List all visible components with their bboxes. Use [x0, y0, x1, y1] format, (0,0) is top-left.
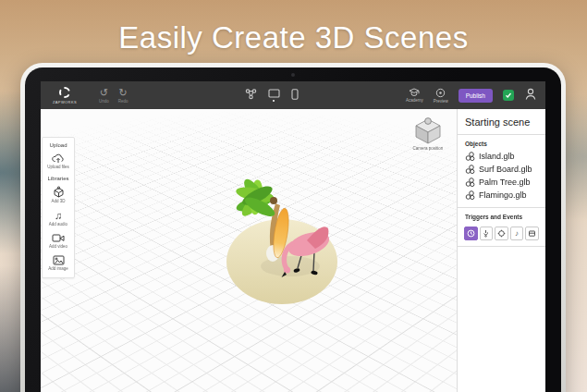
box-icon	[528, 229, 536, 238]
upload-section-header: Upload	[49, 140, 67, 150]
logo-spinner-icon	[59, 87, 70, 98]
preview-icon	[435, 88, 446, 98]
timer-trigger-button[interactable]	[464, 227, 478, 240]
gaze-icon	[497, 229, 506, 238]
scene-objects	[179, 155, 383, 368]
object-name: Flamingo.glb	[479, 190, 527, 200]
objects-header: Objects	[458, 135, 545, 150]
divider	[458, 246, 545, 247]
upload-files-label: Upload files	[47, 165, 69, 169]
object-row-island[interactable]: Island.glb	[458, 150, 545, 163]
undo-label: Undo	[99, 99, 109, 104]
tap-trigger-button[interactable]	[480, 227, 494, 240]
cloud-upload-icon	[52, 153, 65, 164]
publish-button[interactable]: Publish	[459, 89, 493, 103]
trigger-row: ♪	[458, 223, 545, 246]
music-note-icon: ♫	[55, 210, 62, 221]
webcam-dot	[291, 73, 295, 77]
object-row-surfboard[interactable]: Surf Board.glb	[458, 163, 545, 176]
tap-icon	[482, 229, 490, 238]
gaze-trigger-button[interactable]	[495, 227, 508, 240]
scene-canvas[interactable]: Camera position STARTING SCENE 3D VIEW V…	[41, 109, 457, 392]
toolbar-right-group: Academy Preview Publish	[406, 87, 537, 104]
object-row-palm-tree[interactable]: Palm Tree.glb	[458, 176, 545, 189]
academy-icon	[409, 88, 420, 97]
mesh-icon	[465, 190, 475, 201]
laptop-frame: ZAPWORKS ↺ Undo ↻ Redo	[20, 63, 566, 392]
preview-button[interactable]: Preview	[434, 88, 448, 104]
headset-share-icon[interactable]	[245, 89, 257, 100]
cube-3d-icon	[53, 186, 65, 198]
camera-position-widget[interactable]: Camera position	[412, 116, 444, 151]
academy-button[interactable]: Academy	[406, 88, 423, 103]
add-3d-button[interactable]: Add 3D	[43, 183, 74, 207]
app-screen: ZAPWORKS ↺ Undo ↻ Redo	[41, 81, 545, 392]
redo-label: Redo	[118, 99, 128, 104]
scene-panel: Starting scene Objects Island.glb Surf	[457, 109, 545, 392]
object-name: Surf Board.glb	[479, 165, 532, 174]
redo-button[interactable]: ↻ Redo	[118, 88, 128, 104]
mesh-icon	[465, 165, 475, 175]
mesh-icon	[465, 178, 475, 188]
hero-title: Easily Create 3D Scenes	[0, 20, 587, 55]
camera-cube-icon	[412, 116, 444, 144]
redo-icon: ↻	[119, 88, 128, 98]
add-image-button[interactable]: Add image	[43, 252, 74, 275]
avatar[interactable]	[524, 87, 537, 104]
upload-files-button[interactable]: Upload files	[43, 150, 74, 173]
libraries-section-header: Libraries	[47, 173, 68, 183]
laptop-bezel: ZAPWORKS ↺ Undo ↻ Redo	[25, 67, 561, 392]
object-row-flamingo[interactable]: Flamingo.glb	[458, 189, 545, 202]
box-trigger-button[interactable]	[525, 227, 539, 240]
check-icon	[505, 92, 512, 99]
add-audio-button[interactable]: ♫ Add audio	[43, 207, 74, 230]
triggers-header: Triggers and Events	[458, 208, 545, 223]
academy-label: Academy	[406, 98, 423, 103]
add-video-label: Add video	[49, 244, 67, 249]
timer-icon	[467, 229, 475, 238]
top-toolbar: ZAPWORKS ↺ Undo ↻ Redo	[41, 81, 545, 109]
object-name: Palm Tree.glb	[479, 178, 531, 187]
add-3d-label: Add 3D	[51, 199, 65, 203]
preview-label: Preview	[434, 99, 448, 104]
library-sidebar: Upload Upload files Libraries	[42, 137, 75, 278]
device-toggle-group	[236, 89, 299, 103]
logo-wordmark: ZAPWORKS	[53, 100, 77, 104]
video-camera-icon	[52, 233, 65, 243]
audio-note-icon: ♪	[515, 230, 519, 238]
add-video-button[interactable]: Add video	[43, 230, 74, 252]
desktop-view-icon[interactable]	[268, 89, 280, 103]
status-badge	[503, 90, 514, 101]
audio-trigger-button[interactable]: ♪	[510, 227, 524, 240]
undo-button[interactable]: ↺ Undo	[99, 88, 109, 104]
active-device-dot	[273, 100, 275, 103]
mobile-view-icon[interactable]	[291, 89, 299, 100]
picture-icon	[53, 255, 65, 265]
undo-icon: ↺	[100, 88, 108, 98]
object-name: Island.glb	[479, 152, 515, 161]
add-image-label: Add image	[48, 266, 68, 271]
scene-panel-title: Starting scene	[458, 109, 545, 134]
mesh-icon	[465, 152, 475, 162]
page-background: Easily Create 3D Scenes ZAPWORKS ↺ Undo …	[0, 0, 587, 392]
app-logo[interactable]: ZAPWORKS	[49, 87, 80, 104]
add-audio-label: Add audio	[49, 222, 67, 227]
camera-position-label: Camera position	[413, 146, 444, 151]
